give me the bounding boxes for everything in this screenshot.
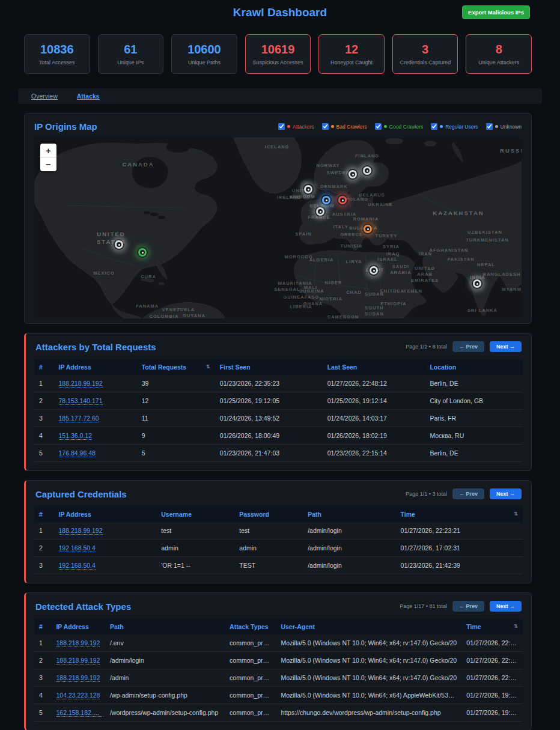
legend-item[interactable]: Good Crawlers (375, 123, 424, 130)
legend-item[interactable]: Bad Crawlers (322, 123, 367, 130)
map-marker[interactable] (348, 170, 357, 178)
app-header: Krawl Dashboard Export Malicious IPs (0, 0, 560, 25)
total-requests-cell: 5 (137, 445, 215, 462)
ip-link[interactable]: 188.218.99.192 (56, 639, 100, 647)
ip-link[interactable]: 78.153.140.171 (59, 397, 103, 405)
col-header[interactable]: Time⇅ (396, 506, 523, 522)
ip-link[interactable]: 188.218.99.192 (56, 657, 100, 665)
prev-page-button[interactable]: ← Prev (452, 341, 484, 352)
export-malicious-ips-button[interactable]: Export Malicious IPs (462, 5, 530, 19)
ip-link[interactable]: 192.168.50.4 (59, 544, 96, 552)
last-seen-cell: 01/23/2026, 22:15:14 (323, 445, 425, 462)
map-marker[interactable] (338, 196, 347, 204)
table-row: 3 185.177.72.60 11 01/24/2026, 13:49:52 … (34, 410, 523, 427)
next-page-button[interactable]: Next → (490, 601, 522, 612)
ip-link[interactable]: 188.218.99.192 (59, 527, 103, 535)
credentials-table: # IP Address Username Password Path Time… (34, 506, 523, 574)
next-page-button[interactable]: Next → (490, 341, 522, 352)
table-row: 1 188.218.99.192 39 01/23/2026, 22:35:23… (34, 375, 523, 392)
time-cell: 01/27/2026, 22:22:54 (461, 669, 523, 687)
legend-label: Attackers (293, 124, 314, 130)
legend-checkbox[interactable] (322, 123, 329, 130)
ip-link[interactable]: 192.168.50.4 (59, 562, 96, 570)
row-number: 2 (34, 540, 54, 557)
stat-card: 3 Credentials Captured (392, 34, 458, 74)
first-seen-cell: 01/26/2026, 18:00:49 (215, 427, 323, 445)
prev-page-button[interactable]: ← Prev (452, 601, 484, 612)
table-row: 3 192.168.50.4 'OR 1=1 -- TEST /admin/lo… (34, 557, 523, 574)
col-header: Location (425, 359, 523, 375)
map-zoom-out-button[interactable]: − (40, 157, 56, 171)
attackers-section-title: Attackers by Total Requests (35, 342, 156, 352)
legend-item[interactable]: Attackers (278, 123, 314, 130)
col-header: First Seen (215, 359, 323, 375)
attack-type-cell: common_probes (225, 652, 276, 669)
username-cell: test (156, 522, 234, 540)
time-cell: 01/27/2026, 22:26:11 (461, 634, 523, 652)
ip-link[interactable]: 188.218.99.192 (59, 380, 103, 388)
last-seen-cell: 01/25/2026, 19:12:14 (323, 392, 425, 410)
col-header: Attack Types (225, 619, 276, 634)
legend-dot-icon (495, 125, 498, 128)
next-page-button[interactable]: Next → (490, 488, 522, 499)
map-marker[interactable] (322, 196, 330, 204)
row-number: 2 (34, 392, 54, 410)
path-cell: /admin/login (303, 522, 395, 540)
map-marker[interactable] (363, 166, 371, 175)
col-header: IP Address (51, 619, 105, 634)
map-marker[interactable] (138, 248, 147, 257)
col-header: Username (156, 506, 234, 522)
row-number: 5 (34, 704, 51, 722)
path-cell: /.env (105, 634, 225, 652)
col-header[interactable]: Total Requests⇅ (137, 359, 215, 375)
page-info: Page 1/1 • 3 total (406, 491, 447, 497)
ip-link[interactable]: 151.36.0.12 (59, 432, 92, 440)
prev-page-button[interactable]: ← Prev (452, 488, 484, 499)
attack-type-cell: common_probes (225, 634, 276, 652)
ip-link[interactable]: 162.158.182.104 (56, 709, 103, 717)
tab[interactable]: Attacks (77, 93, 100, 100)
first-seen-cell: 01/25/2026, 19:12:05 (215, 392, 323, 410)
ip-link[interactable]: 104.23.223.128 (56, 692, 100, 699)
ip-link[interactable]: 176.84.96.48 (59, 449, 96, 457)
tabs-bar: Overview Attacks (18, 88, 542, 104)
map-marker[interactable] (115, 240, 123, 249)
map-section-title: IP Origins Map (34, 121, 97, 132)
map-marker[interactable] (473, 279, 481, 288)
ip-link[interactable]: 188.218.99.192 (56, 674, 100, 682)
stat-value: 10600 (187, 43, 221, 56)
table-row: 3 188.218.99.192 /admin common_probes Mo… (34, 669, 523, 687)
map-marker[interactable] (370, 266, 378, 275)
location-cell: Paris, FR (425, 410, 523, 427)
legend-checkbox[interactable] (278, 123, 285, 130)
map-marker[interactable] (304, 185, 312, 193)
table-row: 4 104.23.223.128 /wp-admin/setup-config.… (34, 687, 523, 704)
legend-item[interactable]: Unknown (486, 123, 522, 130)
stat-value: 61 (124, 43, 137, 56)
map-zoom-in-button[interactable]: + (40, 144, 56, 157)
time-cell: 01/27/2026, 19:35:33 (461, 704, 523, 722)
legend-checkbox[interactable] (486, 123, 493, 130)
legend-checkbox[interactable] (375, 123, 382, 130)
first-seen-cell: 01/23/2026, 21:47:03 (215, 445, 323, 462)
col-header[interactable]: Time⇅ (461, 619, 523, 634)
location-cell: Berlin, DE (425, 375, 523, 392)
legend-checkbox[interactable] (431, 123, 437, 130)
stat-card: 10600 Unique Paths (171, 34, 237, 74)
username-cell: admin (156, 540, 234, 557)
world-map[interactable]: CANADA UNITED STATES MEXICO CUBA PANAMA … (34, 138, 522, 318)
legend-dot-icon (440, 125, 443, 128)
map-marker[interactable] (364, 225, 372, 233)
stat-card: 10619 Suspicious Accesses (245, 34, 311, 74)
row-number: 1 (34, 634, 51, 652)
attackers-pager: Page 1/2 • 8 total ← Prev Next → (406, 341, 522, 352)
legend-item[interactable]: Regular Users (431, 123, 478, 130)
page-info: Page 1/2 • 8 total (406, 344, 447, 350)
ip-link[interactable]: 185.177.72.60 (59, 415, 99, 422)
col-header: Password (234, 506, 303, 522)
stat-label: Credentials Captured (400, 59, 451, 65)
map-marker[interactable] (316, 207, 324, 216)
tab[interactable]: Overview (31, 93, 58, 100)
time-cell: 01/27/2026, 22:23:21 (461, 652, 523, 669)
row-number: 4 (34, 427, 54, 445)
